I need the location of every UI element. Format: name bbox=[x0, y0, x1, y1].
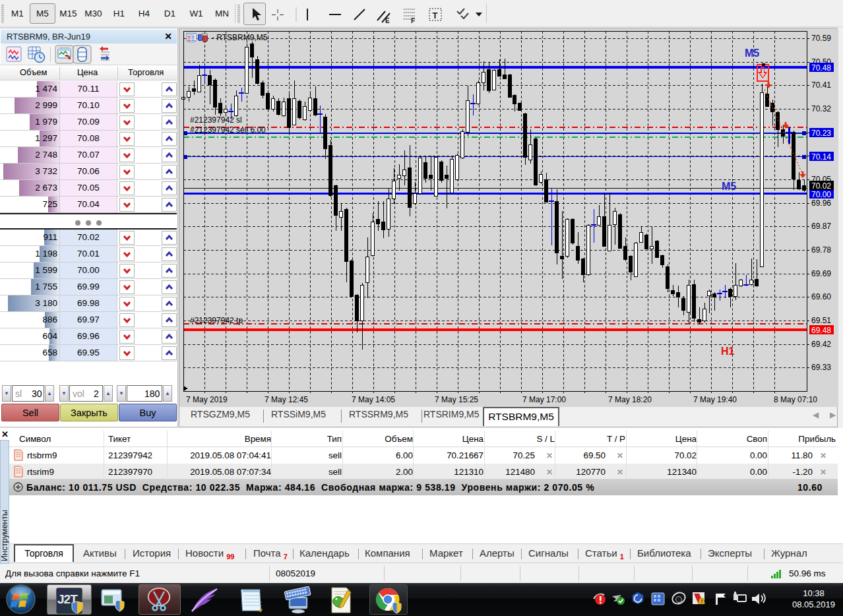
svg-text:T: T bbox=[433, 11, 438, 20]
svg-text:70.41: 70.41 bbox=[811, 80, 831, 90]
svg-text:70.02: 70.02 bbox=[811, 181, 831, 191]
svg-text:#212397942 tp: #212397942 tp bbox=[190, 316, 243, 325]
svg-text:69.96: 69.96 bbox=[811, 199, 831, 208]
svg-text:7 May 14:05: 7 May 14:05 bbox=[352, 395, 395, 404]
svg-text:69.42: 69.42 bbox=[811, 340, 831, 349]
svg-text:M5: M5 bbox=[722, 181, 736, 192]
svg-text:E: E bbox=[385, 17, 390, 24]
svg-text:7 May 2019: 7 May 2019 bbox=[186, 395, 228, 404]
svg-text:7 May 12:45: 7 May 12:45 bbox=[265, 395, 308, 404]
svg-text:#212397942 sell 6.00: #212397942 sell 6.00 bbox=[190, 125, 266, 135]
svg-text:H1: H1 bbox=[721, 346, 735, 357]
svg-text:- RTSBRM9,M5: - RTSBRM9,M5 bbox=[212, 33, 268, 42]
svg-text:!: ! bbox=[701, 599, 702, 603]
svg-text:7 May 15:25: 7 May 15:25 bbox=[435, 395, 478, 404]
svg-text:8 May 07:10: 8 May 07:10 bbox=[774, 395, 817, 404]
svg-text:70.59: 70.59 bbox=[811, 34, 831, 43]
svg-text:Инструменты: Инструменты bbox=[0, 510, 9, 561]
svg-text:7 May 19:40: 7 May 19:40 bbox=[693, 395, 737, 404]
svg-text:69.48: 69.48 bbox=[811, 326, 831, 335]
svg-text:7 May 18:20: 7 May 18:20 bbox=[608, 395, 652, 404]
svg-text:F: F bbox=[411, 17, 415, 24]
svg-text:7 May 17:00: 7 May 17:00 bbox=[522, 395, 566, 404]
svg-text:#212397942 sl: #212397942 sl bbox=[190, 115, 242, 125]
svg-text:70.14: 70.14 bbox=[811, 152, 831, 162]
svg-text:70.00: 70.00 bbox=[811, 190, 831, 199]
svg-text:69.78: 69.78 bbox=[811, 245, 831, 255]
svg-text:M5: M5 bbox=[745, 47, 759, 59]
svg-text:69.51: 69.51 bbox=[811, 316, 831, 325]
svg-text:69.69: 69.69 bbox=[811, 269, 831, 278]
svg-text:69.33: 69.33 bbox=[811, 363, 831, 372]
svg-text:69.60: 69.60 bbox=[811, 292, 831, 301]
svg-text:69.87: 69.87 bbox=[811, 222, 831, 231]
svg-text:70.23: 70.23 bbox=[811, 129, 831, 138]
svg-text:70.48: 70.48 bbox=[811, 63, 831, 73]
svg-text:70.32: 70.32 bbox=[811, 104, 831, 113]
